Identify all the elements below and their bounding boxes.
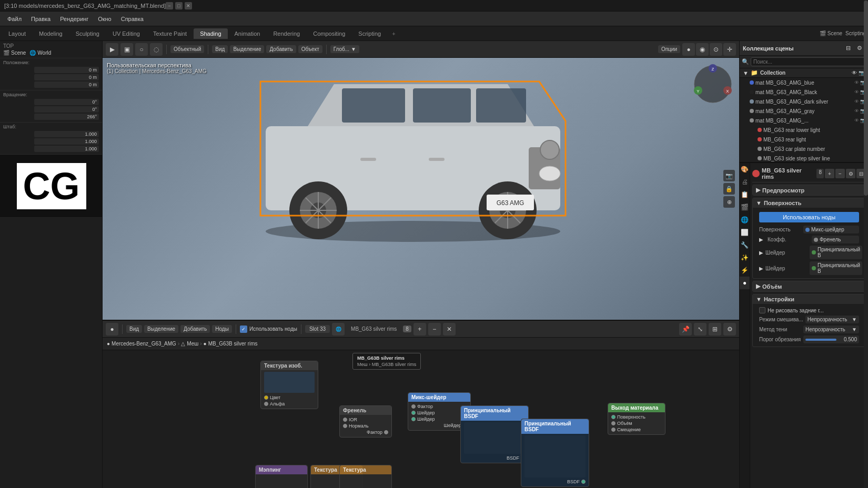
material-tab-icon[interactable]: ● (740, 277, 750, 289)
back-faces-checkbox[interactable] (759, 307, 765, 313)
node-principled-2[interactable]: Принципиальный BSDF BSDF (521, 419, 589, 487)
outliner-search-input[interactable] (751, 57, 866, 66)
add-workspace-button[interactable]: + (388, 28, 399, 39)
camera-view-button[interactable]: 📷 (723, 170, 735, 181)
node-texture-small-3[interactable]: Текстура (339, 465, 392, 488)
preview-header[interactable]: ▶ Предпросмотр (753, 185, 865, 195)
select-box-button[interactable]: ▣ (120, 43, 133, 56)
node-material-output[interactable]: Выход материала Поверхность Объём Смещен… (608, 403, 665, 435)
scale-z[interactable]: 1.000 (34, 146, 99, 152)
tab-animation[interactable]: Animation (228, 28, 267, 39)
node-texture-1[interactable]: Текстура изоб. Цвет Альфа (260, 361, 318, 409)
eye-icon-3[interactable]: 👁 (854, 99, 859, 104)
surface-header[interactable]: ▼ Поверхность (753, 198, 865, 208)
mat-add-btn[interactable]: + (825, 169, 834, 178)
coeff-value[interactable]: Френель (812, 236, 859, 243)
tree-item-gray2[interactable]: mat MB_G63_AMG_... 👁 📷 (740, 116, 868, 125)
output-tab-icon[interactable]: 🖨 (740, 176, 750, 188)
mat-settings-btn[interactable]: ⚙ (846, 169, 855, 178)
tab-uv-editing[interactable]: UV Editing (106, 28, 146, 39)
tab-scripting[interactable]: Scripting (352, 28, 387, 39)
rotation-z[interactable]: 266° (34, 114, 99, 120)
outliner-scrollbar[interactable] (864, 0, 868, 488)
ne-add-material[interactable]: + (413, 323, 426, 336)
ne-view-menu[interactable]: Вид (126, 325, 142, 333)
tab-layout[interactable]: Layout (2, 28, 32, 39)
tab-compositing[interactable]: Compositing (307, 28, 351, 39)
menu-render[interactable]: Рендеринг (56, 15, 93, 23)
obj-rear-light[interactable]: MB_G63 rear light (740, 135, 868, 144)
modifier-tab-icon[interactable]: 🔧 (740, 239, 750, 251)
global-dropdown[interactable]: Глоб... ▼ (330, 45, 359, 53)
use-nodes-toggle[interactable]: ✓ Использовать ноды (240, 326, 297, 333)
select-lasso-button[interactable]: ◌ (150, 43, 163, 56)
obj-car-plate[interactable]: MB_G63 car plate number (740, 144, 868, 154)
lock-camera-button[interactable]: 🔒 (723, 183, 735, 195)
ne-add-menu[interactable]: Добавить (180, 325, 210, 333)
eye-icon-4[interactable]: 👁 (854, 108, 859, 114)
tab-modeling[interactable]: Modeling (33, 28, 69, 39)
tree-item-black[interactable]: mat MB_G63_AMG_Black 👁 📷 (740, 87, 868, 97)
scale-y[interactable]: 1.000 (34, 138, 99, 145)
viewport-shading-rendered[interactable]: ◉ (696, 43, 709, 56)
settings-header[interactable]: ▼ Настройки (753, 294, 865, 304)
eye-icon-5[interactable]: 👁 (854, 118, 859, 123)
obj-side-step[interactable]: MB_G63 side step silver line (740, 154, 868, 162)
menu-window[interactable]: Окно (94, 15, 116, 23)
rotation-y[interactable]: 0° (34, 106, 99, 113)
ne-nodes-menu[interactable]: Ноды (212, 325, 232, 333)
ne-material-icon[interactable]: ● (106, 323, 118, 336)
world-tab-icon[interactable]: 🌐 (740, 214, 750, 226)
collection-arrow-icon[interactable]: ▼ (743, 70, 749, 76)
surface-type-value[interactable]: Микс-шейдер (803, 226, 859, 233)
ne-select-menu[interactable]: Выделение (144, 325, 178, 333)
tab-sculpting[interactable]: Sculpting (69, 28, 106, 39)
slot-label[interactable]: Slot 33 (305, 325, 330, 333)
viewport-shading-solid[interactable]: ● (682, 43, 695, 56)
menu-file[interactable]: Файл (3, 15, 26, 23)
scene-tab-icon[interactable]: 🎬 (740, 201, 750, 214)
volume-header[interactable]: ▶ Объём (753, 281, 865, 291)
object-mode-dropdown[interactable]: Объектный (170, 45, 204, 53)
tab-shading[interactable]: Shading (194, 28, 227, 39)
ne-settings-icon[interactable]: ⚙ (723, 323, 736, 336)
view-layer-tab-icon[interactable]: 📋 (740, 188, 750, 201)
tree-item-gray[interactable]: mat MB_G63_AMG_gray 👁 📷 (740, 106, 868, 116)
filter-icon[interactable]: ⊟ (843, 43, 853, 54)
options-button[interactable]: Опции (658, 45, 680, 53)
object-tab-icon[interactable]: ⬜ (740, 226, 750, 239)
location-x[interactable]: 0 m (34, 67, 99, 73)
ne-zoom-icon[interactable]: ⤡ (694, 323, 706, 336)
scale-x[interactable]: 1.000 (34, 131, 99, 137)
select-menu[interactable]: Выделение (230, 45, 264, 53)
object-menu[interactable]: Объект (298, 45, 322, 53)
eye-icon-1[interactable]: 👁 (854, 80, 859, 85)
close-button[interactable]: ✕ (185, 2, 192, 9)
node-principled-1[interactable]: Принципиальный BSDF BSDF (460, 405, 529, 463)
node-texture-small-1[interactable]: Мэппинг (255, 465, 308, 488)
ne-view-all-icon[interactable]: ⊞ (709, 323, 721, 336)
node-fresnel[interactable]: Френель IOR Нормаль Фактор (339, 405, 392, 438)
settings-outliner-icon[interactable]: ⚙ (854, 43, 865, 54)
ne-world-icon[interactable]: 🌐 (332, 323, 345, 336)
eye-icon-2[interactable]: 👁 (854, 89, 859, 95)
blend-mode-value[interactable]: Непрозрачность ▼ (805, 316, 859, 323)
shader1-value[interactable]: Принципиальный В (810, 246, 862, 259)
title-bar-controls[interactable]: − □ ✕ (166, 2, 192, 9)
location-z[interactable]: 0 m (34, 82, 99, 88)
eye-icon[interactable]: 👁 (852, 70, 857, 76)
play-button[interactable]: ▶ (106, 43, 118, 56)
tab-rendering[interactable]: Rendering (267, 28, 306, 39)
ne-pin-icon[interactable]: 📌 (679, 323, 692, 336)
maximize-button[interactable]: □ (175, 2, 183, 9)
viewport-gizmos[interactable]: ✛ (723, 43, 736, 56)
rotation-x[interactable]: 0° (34, 99, 99, 105)
menu-help[interactable]: Справка (117, 15, 148, 23)
tree-item-blue[interactable]: mat MB_G63_AMG_blue 👁 📷 (740, 78, 868, 87)
physics-tab-icon[interactable]: ⚡ (740, 264, 750, 277)
minimize-button[interactable]: − (166, 2, 173, 9)
add-menu[interactable]: Добавить (266, 45, 296, 53)
viewport-overlays[interactable]: ⊙ (710, 43, 722, 56)
particles-tab-icon[interactable]: ✨ (740, 251, 750, 264)
ne-remove-material[interactable]: − (428, 323, 441, 336)
